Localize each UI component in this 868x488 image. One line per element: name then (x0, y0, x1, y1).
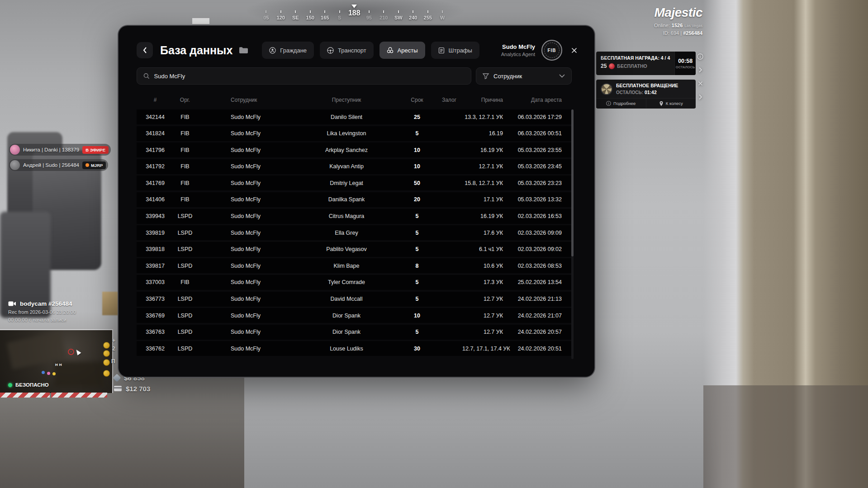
cell-id: 339817 (137, 263, 174, 269)
reward-timer-value: 00:58 (678, 58, 693, 64)
cell-date: 02.03.2026 09:02 (507, 246, 572, 252)
cell-officer: Sudo McFly (196, 213, 295, 219)
chevron-right-icon[interactable] (697, 94, 704, 100)
compass-label: SE (288, 2, 303, 25)
cell-term: 10 (398, 313, 436, 319)
free-reward-panel[interactable]: БЕСПЛАТНАЯ НАГРАДА: 4 / 4 25 БЕСПЛАТНО 0… (596, 52, 696, 75)
cell-date: 24.02.2026 20:51 (507, 346, 572, 352)
mjrp-logo-icon (85, 163, 89, 167)
table-row[interactable]: 336762LSPDSudo McFlyLouse Ludiks3012.7, … (137, 341, 572, 356)
online-counter: Online: 1526 Las Vegas (654, 23, 702, 28)
id-prefix: ID: 694 | (663, 30, 682, 36)
compass-label: S (332, 2, 347, 25)
cell-reason: 17.1 УК (462, 196, 507, 203)
cell-org: FIB (174, 147, 196, 153)
column-header[interactable]: # (137, 97, 174, 103)
table-row[interactable]: 337003FIBSudo McFlyTyler Comrade517.3 УК… (137, 275, 572, 290)
column-header[interactable]: Орг. (174, 97, 196, 103)
cell-date: 05.03.2026 23:45 (507, 163, 572, 170)
compass-label: 165 (318, 2, 332, 25)
compass-pointer-icon (351, 5, 357, 8)
notification-dot-icon (103, 370, 110, 377)
cell-criminal: David Mccall (295, 296, 398, 302)
compass-label: 120 (274, 2, 289, 25)
close-icon[interactable] (697, 80, 704, 87)
majestic-logo: Majestic (654, 5, 702, 20)
cell-criminal: Dior Spank (295, 313, 398, 319)
scrollbar-thumb[interactable] (571, 109, 574, 256)
wheel-label: К колесу (666, 101, 683, 106)
table-row[interactable]: 339819LSPDSudo McFlyElla Grey517.6 УК02.… (137, 225, 572, 240)
cell-officer: Sudo McFly (196, 313, 295, 319)
compass-label: 150 (303, 2, 318, 25)
cell-org: FIB (174, 114, 196, 120)
search-field[interactable] (137, 67, 471, 85)
cell-id: 341796 (137, 147, 174, 153)
column-header[interactable]: Преступник (295, 97, 398, 103)
table-row[interactable]: 336763LSPDSudo McFlyDior Spank512.7 УК24… (137, 325, 572, 340)
current-user-block: Sudo McFly Analytics Agent (501, 43, 535, 57)
table-row[interactable]: 339818LSPDSudo McFlyPablito Vegasov56.1 … (137, 242, 572, 257)
cell-date: 05.03.2026 23:23 (507, 180, 572, 186)
table-row[interactable]: 336769LSPDSudo McFlyDior Spank1012.7 УК2… (137, 308, 572, 323)
column-header[interactable]: Причина (462, 97, 507, 103)
tab-arrests[interactable]: Аресты (379, 42, 425, 59)
table-row[interactable]: 339943LSPDSudo McFlyCitrus Magura516.19 … (137, 209, 572, 224)
player-id: ID: 694 | #256484 (654, 30, 702, 36)
cell-id: 339819 (137, 230, 174, 236)
tab-citizens[interactable]: Граждане (262, 42, 314, 59)
cell-id: 341824 (137, 130, 174, 137)
cell-officer: Sudo McFly (196, 246, 295, 252)
cell-term: 50 (398, 180, 436, 186)
column-header[interactable]: Дата ареста (507, 97, 572, 103)
avatar (10, 145, 20, 155)
filter-dropdown[interactable]: Сотрудник (476, 67, 572, 85)
cell-officer: Sudo McFly (196, 130, 295, 137)
compass-tick (339, 10, 340, 13)
compass-tick (413, 10, 413, 13)
folder-icon[interactable] (239, 47, 248, 54)
zone-stripe (51, 393, 107, 398)
tab-transport[interactable]: Транспорт (320, 42, 374, 59)
column-header[interactable]: Срок (398, 97, 436, 103)
cell-org: LSPD (174, 263, 196, 269)
wheel-button[interactable]: К колесу (646, 99, 696, 108)
back-button[interactable] (137, 42, 153, 58)
info-icon[interactable] (697, 53, 704, 60)
reward-title: БЕСПЛАТНАЯ НАГРАДА: 4 / 4 (601, 55, 670, 61)
safe-zone-indicator: БЕЗОПАСНО (8, 382, 49, 388)
cell-org: FIB (174, 130, 196, 137)
table-row[interactable]: 341406FIBSudo McFlyDanilka Spank2017.1 У… (137, 192, 572, 207)
table-row[interactable]: 336773LSPDSudo McFlyDavid Mccall512.7 УК… (137, 292, 572, 307)
tab-label: Штрафы (449, 47, 472, 54)
table-row[interactable]: 341824FIBSudo McFlyLika Levingston516.19… (137, 126, 572, 141)
database-window: База данных Граждане Транспорт Аресты Шт… (118, 25, 595, 378)
cell-criminal: Dmitriy Legat (295, 180, 398, 186)
column-header[interactable]: Залог (436, 97, 462, 103)
cell-org: LSPD (174, 213, 196, 219)
close-window-button[interactable] (571, 47, 577, 53)
cell-reason: 12.7 УК (462, 296, 507, 302)
table-row[interactable]: 342144FIBSudo McFlyDanilo Silent2513.3, … (137, 109, 572, 124)
mjrp-badge: MJRP (82, 161, 106, 169)
chevron-down-icon (559, 74, 565, 78)
cell-criminal: Citrus Magura (295, 213, 398, 219)
table-row[interactable]: 341769FIBSudo McFlyDmitriy Legat5015.8, … (137, 175, 572, 190)
compass-tick (427, 10, 428, 13)
cell-reason: 13.3, 12.7.1 УК (462, 114, 507, 120)
avatar (10, 160, 20, 170)
column-header[interactable]: Сотрудник (196, 97, 295, 103)
camera-icon (8, 301, 16, 307)
details-button[interactable]: Подробнее (596, 99, 646, 108)
tab-fines[interactable]: Штрафы (431, 42, 479, 59)
zone-stripe (0, 393, 50, 398)
search-input[interactable] (154, 73, 465, 80)
cell-term: 5 (398, 213, 436, 219)
cell-org: FIB (174, 196, 196, 203)
mjrp-label: MJRP (91, 163, 103, 168)
table-row[interactable]: 339817LSPDSudo McFlyKlim Bape810.6 УК02.… (137, 258, 572, 273)
table-row[interactable]: 341796FIBSudo McFlyArkplay Sanchez1016.1… (137, 142, 572, 157)
chevron-right-icon[interactable] (697, 66, 704, 73)
table-row[interactable]: 341792FIBSudo McFlyKalyvan Antip1012.7.1… (137, 159, 572, 174)
cell-org: LSPD (174, 246, 196, 252)
